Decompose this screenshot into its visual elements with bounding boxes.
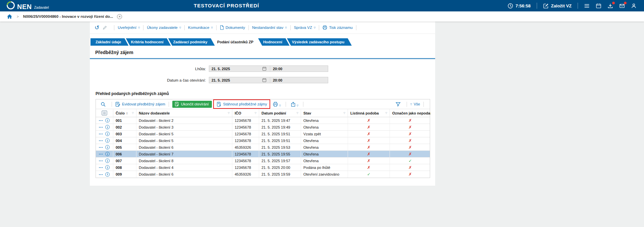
- col-cislo[interactable]: Číslo ↑ ▽: [113, 109, 136, 117]
- row-info-icon[interactable]: i: [105, 152, 110, 156]
- table-row[interactable]: ••• i 003 Dodavatel - školení 5 12345678…: [96, 131, 430, 137]
- row-menu-icon[interactable]: •••: [99, 159, 103, 162]
- menu-ukony-zadavatele[interactable]: Úkony zadavatele▽: [147, 26, 181, 30]
- row-info-icon[interactable]: i: [105, 145, 110, 149]
- tab-podani-ucastniku-zp[interactable]: Podání účastníků ZP: [212, 38, 261, 46]
- lhuta-time-value[interactable]: 20:00: [270, 66, 328, 72]
- filter-icon[interactable]: ▽: [295, 112, 298, 115]
- download-document-icon: [217, 102, 222, 107]
- calendar-button[interactable]: [596, 3, 601, 9]
- table-row[interactable]: ••• i 007 Dodavatel - školení 8 12345678…: [96, 157, 430, 164]
- menu-button[interactable]: [584, 3, 590, 9]
- export-button[interactable]: ▽: [291, 102, 298, 107]
- divider: [290, 25, 291, 30]
- table-row[interactable]: ••• i 008 Dodavatel - školení 4 12345678…: [96, 164, 430, 171]
- col-stav[interactable]: Stav ▽: [301, 109, 348, 117]
- row-menu-icon[interactable]: •••: [99, 119, 103, 122]
- filter-preset-dropdown[interactable]: ▽ Vše: [410, 102, 420, 106]
- cell-stav: Otevřena: [301, 151, 348, 157]
- chevron-down-icon: ▽: [297, 104, 298, 107]
- filter-preset-label: Vše: [414, 102, 420, 106]
- tab-zakladni-udaje[interactable]: Základní údaje: [91, 38, 128, 46]
- otevirani-datetime-field[interactable]: 21. 5. 2025 20:00: [209, 77, 328, 83]
- evidovat-button[interactable]: Evidovat předběžný zájem: [115, 102, 165, 107]
- edit-icon[interactable]: [103, 25, 107, 30]
- row-info-icon[interactable]: i: [105, 165, 110, 170]
- filter-funnel-icon[interactable]: [396, 102, 401, 107]
- table-row[interactable]: ••• i 005 Dodavatel - školení 6 45359326…: [96, 144, 430, 151]
- column-settings-button[interactable]: [96, 109, 113, 117]
- create-vz-label: Založit VZ: [551, 3, 572, 8]
- col-ico[interactable]: IČO ▽: [232, 109, 259, 117]
- row-menu-icon[interactable]: •••: [99, 173, 103, 176]
- filter-icon[interactable]: ▽: [342, 112, 345, 115]
- cell-listinna-podoba: ✗: [348, 131, 390, 137]
- row-info-icon[interactable]: i: [105, 172, 110, 177]
- ukoncit-oteviraci-button[interactable]: Ukončit otevírání: [172, 101, 212, 108]
- cell-listinna-podoba: ✗: [348, 124, 390, 130]
- table-row[interactable]: ••• i 009 Dodavatel - školení 6 45359326…: [96, 171, 430, 178]
- ukoncit-label: Ukončit otevírání: [181, 102, 209, 106]
- downloads-button[interactable]: [607, 3, 613, 9]
- menu-nestandardni-stav[interactable]: Nestandardní stav▽: [252, 26, 287, 30]
- col-datum-podani[interactable]: Datum podání ▽: [259, 109, 301, 117]
- stahnout-button[interactable]: Stáhnout předběžné zájmy: [217, 102, 267, 107]
- cell-datum-podani: 21. 5. 2025 19:55: [259, 151, 301, 157]
- row-menu-icon[interactable]: •••: [99, 139, 103, 142]
- row-info-icon[interactable]: i: [105, 118, 110, 123]
- otevirani-date-value[interactable]: 21. 5. 2025: [209, 78, 262, 82]
- edit-square-icon: [543, 3, 549, 9]
- menu-dokumenty[interactable]: Dokumenty: [220, 25, 245, 30]
- cell-listinna-podoba: ✓: [348, 171, 390, 178]
- search-icon[interactable]: [101, 102, 106, 107]
- print-table-button[interactable]: ▽: [273, 102, 281, 107]
- create-vz-button[interactable]: Založit VZ: [543, 3, 572, 9]
- row-menu-icon[interactable]: •••: [99, 166, 103, 169]
- calendar-picker-icon[interactable]: [262, 66, 267, 71]
- col-listinna-podoba[interactable]: Listinná podoba ▽: [348, 109, 390, 117]
- table-settings-icon: [102, 110, 107, 116]
- home-icon[interactable]: [7, 14, 12, 19]
- table-row[interactable]: ••• i 001 Dodavatel - školení 2 12345678…: [96, 117, 430, 124]
- table-row[interactable]: ••• i 006 Dodavatel - školení 7 12345678…: [96, 151, 430, 157]
- menu-tisk-zaznamu[interactable]: Tisk záznamu: [323, 25, 353, 30]
- row-menu-icon[interactable]: •••: [99, 126, 103, 129]
- otevirani-time-value[interactable]: 20:00: [270, 77, 328, 83]
- row-info-icon[interactable]: i: [105, 158, 110, 163]
- divider: [319, 25, 319, 30]
- table-toolbar: Evidovat předběžný zájem Ukončit otevírá…: [96, 99, 430, 109]
- row-menu-icon[interactable]: •••: [99, 132, 103, 135]
- row-menu-icon[interactable]: •••: [99, 152, 103, 155]
- col-oznacen-jako-nepodany[interactable]: Označen jako nepodaný: [390, 109, 430, 117]
- lhuta-date-value[interactable]: 21. 5. 2025: [209, 67, 262, 71]
- filter-icon[interactable]: ▽: [384, 112, 387, 115]
- tab-zadavaci-podminky[interactable]: Zadávací podmínky: [168, 38, 215, 46]
- refresh-icon[interactable]: ↺: [95, 25, 99, 31]
- row-menu-icon[interactable]: •••: [99, 146, 103, 149]
- messages-button[interactable]: [619, 3, 625, 9]
- breadcrumb-current[interactable]: N006/25/V00004860 - Inovace v rozvoji ří…: [23, 14, 113, 18]
- filter-icon[interactable]: ▽: [253, 112, 256, 115]
- calendar-picker-icon[interactable]: [262, 78, 267, 82]
- table-row[interactable]: ••• i 004 Dodavatel - školení 5 12345678…: [96, 137, 430, 144]
- tab-kriteria-hodnoceni[interactable]: Kritéria hodnocení: [126, 38, 171, 46]
- tab-vysledek-zadavaciho-postupu[interactable]: Výsledek zadávacího postupu: [287, 38, 352, 46]
- table-row[interactable]: ••• i 002 Dodavatel - školení 3 12345678…: [96, 124, 430, 131]
- lhuta-datetime-field[interactable]: 21. 5. 2025 20:00: [209, 65, 328, 72]
- row-info-icon[interactable]: i: [105, 132, 110, 136]
- menu-komunikace[interactable]: Komunikace▽: [188, 26, 213, 30]
- tab-label: Základní údaje: [96, 40, 121, 44]
- filter-icon[interactable]: ▽: [131, 112, 134, 115]
- row-info-icon[interactable]: i: [105, 125, 110, 129]
- col-nazev-dodavatele[interactable]: Název dodavatele ▽: [136, 109, 232, 117]
- profile-button[interactable]: [631, 3, 637, 9]
- divider: [303, 102, 303, 107]
- menu-sprava-vz[interactable]: Správa VZ▽: [294, 26, 316, 30]
- row-info-icon[interactable]: i: [105, 138, 110, 143]
- nen-brand[interactable]: NEN Zadavatel: [7, 1, 49, 10]
- menu-uverejneni[interactable]: Uveřejnění▽: [118, 26, 140, 30]
- filter-icon[interactable]: ▽: [227, 112, 230, 115]
- tab-hodnoceni[interactable]: Hodnocení: [258, 38, 290, 46]
- cell-ico: 12345678: [232, 124, 259, 130]
- close-record-icon[interactable]: ×: [117, 14, 122, 19]
